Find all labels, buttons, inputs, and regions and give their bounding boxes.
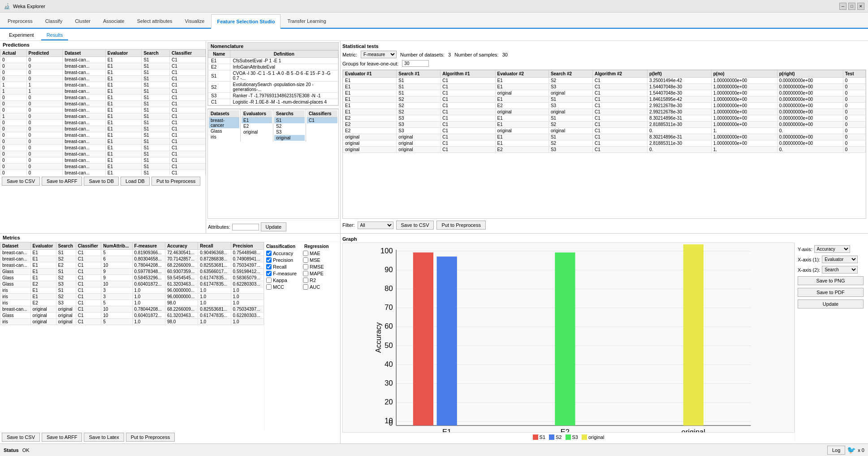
cb-auc[interactable]: AUC [303,284,338,290]
stats-title: Statistical tests [342,43,866,50]
col-dataset: Dataset [63,50,106,57]
mae-checkbox[interactable] [303,251,308,256]
y-100: 100 [380,247,393,255]
evaluator-e1[interactable]: E1 [242,117,272,123]
cb-mae[interactable]: MAE [303,251,338,256]
evaluator-original[interactable]: original [242,129,272,135]
classifier-c1[interactable]: C1 [307,117,337,123]
cb-rmse[interactable]: RMSE [303,264,338,269]
dataset-glass[interactable]: Glass [209,128,239,134]
y-60: 60 [384,322,393,330]
subtab-experiment[interactable]: Experiment [4,30,39,40]
cb-accuracy[interactable]: Accuracy [266,251,302,256]
prediction-row: 00breast-can...E1S1C1 [0,157,206,164]
save-arff-button[interactable]: Save to ARFF [42,177,82,186]
metrics-save-csv[interactable]: Save to CSV [2,433,40,442]
top-area: Predictions Actual Predicted Dataset Eva… [0,41,868,234]
update-button[interactable]: Update [261,222,286,231]
metrics-table-container[interactable]: Dataset Evaluator Search Classifier NumA… [0,242,264,431]
yaxis-select[interactable]: Accuracy [814,245,850,253]
nomenclature-row: E2InfoGainAttributeEval [208,64,338,70]
xaxis2-select[interactable]: Search [822,266,858,274]
col-evaluators: Evaluators E1 E2 original [241,109,273,142]
tab-visualize[interactable]: Visualize [179,13,211,28]
stats-save-csv-button[interactable]: Save to CSV [396,221,434,230]
metrics-row: breast-can...E1S1C150.81909366...72.4630… [0,250,264,256]
search-s1[interactable]: S1 [274,117,305,123]
evaluator-e2[interactable]: E2 [242,123,272,129]
r2-checkbox[interactable] [303,278,308,283]
kappa-checkbox[interactable] [266,278,272,283]
tab-select-attributes[interactable]: Select attributes [131,13,178,28]
mape-checkbox[interactable] [303,271,308,276]
tab-preprocess[interactable]: Preprocess [2,13,39,28]
graph-panel: Graph 100 90 80 70 60 50 40 [341,234,868,443]
graph-controls: Y-axis: Accuracy X-axis (1): Evaluator X… [795,243,866,442]
col-actual: Actual [0,50,27,57]
prediction-row: 00breast-can...E1S1C1 [0,95,206,101]
cb-precision[interactable]: Precision [266,257,302,263]
cb-kappa[interactable]: Kappa [266,278,302,283]
mse-checkbox[interactable] [303,257,308,263]
save-csv-button[interactable]: Save to CSV [2,177,40,186]
filter-select[interactable]: All [358,221,393,229]
maximize-button[interactable]: □ [848,3,855,10]
subtab-results[interactable]: Results [41,30,69,40]
search-original[interactable]: original [274,135,305,141]
col-searchs: Searchs S1 S2 S3 original [273,109,306,142]
metrics-save-arff[interactable]: Save to ARFF [42,433,82,442]
searchs-col-header: Searchs [274,110,305,117]
metrics-save-latex[interactable]: Save to Latex [84,433,124,442]
prediction-row: 11breast-can...E1S1C1 [0,88,206,95]
rmse-checkbox[interactable] [303,264,308,269]
search-s3[interactable]: S3 [274,129,305,135]
metric-select[interactable]: F-measure [361,51,397,58]
load-db-button[interactable]: Load DB [121,177,150,186]
predictions-table-container[interactable]: Actual Predicted Dataset Evaluator Searc… [0,49,206,175]
groups-input[interactable] [402,60,429,67]
tab-feature-selection[interactable]: Feature Selection Studio [211,14,281,29]
dataset-breast-cancer[interactable]: breast-cancer [209,117,239,128]
tab-classify[interactable]: Classify [39,13,69,28]
cb-r2[interactable]: R2 [303,278,338,283]
accuracy-checkbox[interactable] [266,251,272,256]
cb-fmeasure[interactable]: F-measure [266,271,302,276]
put-to-preprocess-button[interactable]: Put to Preprocess [151,177,200,186]
tab-transfer-learning[interactable]: Transfer Learning [281,13,332,28]
recall-checkbox[interactable] [266,264,272,269]
metrics-row: irisE2S3C151.098.01.01.0 [0,300,264,306]
cb-mse[interactable]: MSE [303,257,338,263]
xaxis1-select[interactable]: Evaluator [822,256,858,263]
stats-table-container[interactable]: Evaluator #1 Search #1 Algorithm #1 Eval… [342,69,866,219]
graph-update-button[interactable]: Update [798,300,864,308]
mcc-checkbox[interactable] [266,284,272,290]
y-axis-title: Accuracy [374,322,383,353]
metrics-put-preprocess[interactable]: Put to Preprocess [126,433,175,442]
metrics-row: breast-can...E1E2C1100.78044208...68.226… [0,262,264,269]
legend-s1: S1 [533,434,545,440]
nom-col-def: Definition [230,51,338,58]
window-controls[interactable]: ─ □ ✕ [839,3,864,10]
save-db-button[interactable]: Save to DB [84,177,119,186]
stats-put-preprocess-button[interactable]: Put to Preprocess [436,221,485,230]
fmeasure-checkbox[interactable] [266,271,272,276]
cb-mcc[interactable]: MCC [266,284,302,290]
cb-mape[interactable]: MAPE [303,271,338,276]
tab-cluster[interactable]: Cluster [69,13,96,28]
cb-recall[interactable]: Recall [266,264,302,269]
save-png-button[interactable]: Save to PNG [798,276,864,285]
dataset-iris[interactable]: iris [209,134,239,140]
precision-checkbox[interactable] [266,257,272,263]
stats-col-eval2: Evaluator #2 [495,70,548,78]
minimize-button[interactable]: ─ [839,3,846,10]
save-pdf-button[interactable]: Save to PDF [798,288,864,297]
close-button[interactable]: ✕ [857,3,864,10]
auc-checkbox[interactable] [303,284,308,290]
log-button[interactable]: Log [827,446,845,455]
tab-associate[interactable]: Associate [97,13,130,28]
title-bar: 🔬 Weka Explorer ─ □ ✕ [0,0,868,13]
accuracy-label: Accuracy [273,251,293,256]
search-s2[interactable]: S2 [274,123,305,129]
col-classifier: Classifier [170,50,206,57]
attributes-input[interactable] [232,224,259,230]
